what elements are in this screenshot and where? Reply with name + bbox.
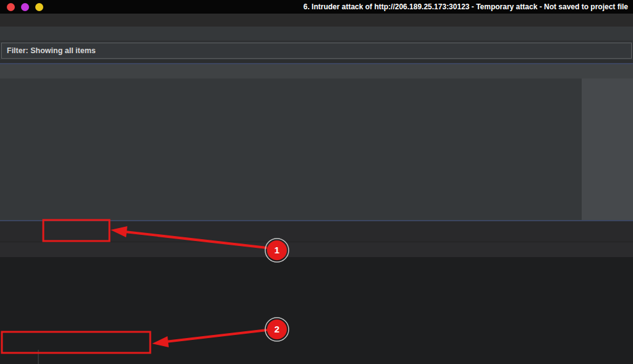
- table-right-filler: [582, 78, 633, 220]
- main-tab-bar: [0, 27, 633, 41]
- results-rows: [0, 78, 582, 220]
- window-title: 6. Intruder attack of http://206.189.25.…: [46, 2, 629, 11]
- filter-bar: Filter: Showing all items: [0, 41, 633, 60]
- results-table-body: [0, 78, 633, 221]
- table-top-divider: [0, 60, 633, 64]
- close-window-icon[interactable]: [7, 3, 15, 11]
- message-view-tab-bar: [0, 242, 633, 257]
- title-bar: 6. Intruder attack of http://206.189.25.…: [0, 0, 633, 14]
- menu-bar: [0, 14, 633, 27]
- maximize-window-icon[interactable]: [35, 3, 43, 11]
- filter-status-text[interactable]: Filter: Showing all items: [1, 43, 632, 59]
- response-editor[interactable]: [0, 257, 633, 364]
- results-table-header: [0, 64, 633, 78]
- intruder-attack-window: 6. Intruder attack of http://206.189.25.…: [0, 0, 633, 364]
- message-editor-tab-bar: [0, 221, 633, 242]
- minimize-window-icon[interactable]: [21, 3, 29, 11]
